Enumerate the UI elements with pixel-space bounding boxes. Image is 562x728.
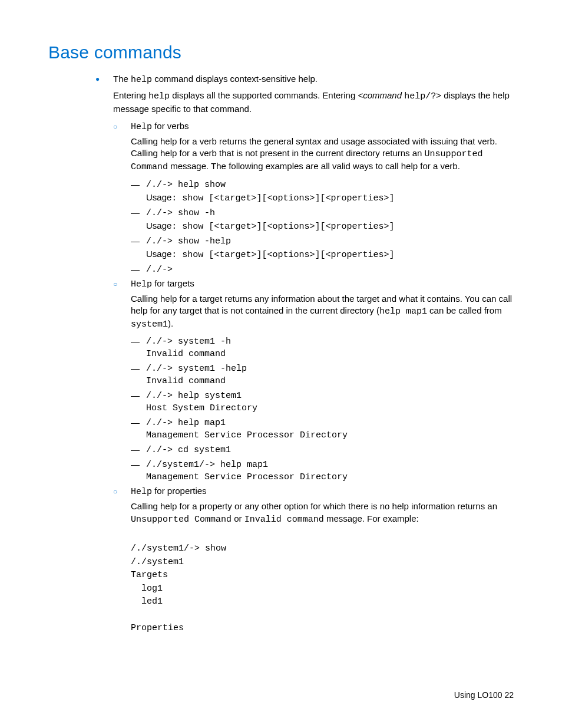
- help-entering-line: Entering help displays all the supported…: [113, 90, 514, 115]
- list-item: /./->: [131, 263, 514, 275]
- list-item: /./-> help system1 Host System Directory: [131, 390, 514, 413]
- help-command-item: The help command displays context-sensit…: [95, 73, 514, 635]
- help-targets-heading: Help for targets: [131, 278, 514, 289]
- output-line: Management Service Processor Directory: [146, 472, 514, 482]
- list-item: /./-> help map1 Management Service Proce…: [131, 417, 514, 440]
- help-properties-heading: Help for properties: [131, 486, 514, 497]
- list-item: /./-> help show Usage: show [<target>][<…: [131, 179, 514, 203]
- list-item: /./system1/-> help map1 Management Servi…: [131, 459, 514, 482]
- output-line: Invalid command: [146, 376, 514, 386]
- list-item: /./-> cd system1: [131, 444, 514, 455]
- help-properties-desc: Calling help for a property or any other…: [131, 500, 514, 526]
- help-targets-item: Help for targets Calling help for a targ…: [113, 278, 514, 483]
- help-properties-item: Help for properties Calling help for a p…: [113, 486, 514, 635]
- usage-line: Usage: show [<target>][<options>][<prope…: [146, 220, 514, 232]
- page-footer: Using LO100 22: [454, 690, 514, 700]
- list-item: /./-> show -h Usage: show [<target>][<op…: [131, 207, 514, 232]
- list-item: /./-> show -help Usage: show [<target>][…: [131, 235, 514, 260]
- usage-line: Usage: show [<target>][<options>][<prope…: [146, 249, 514, 260]
- top-bullet-list: The help command displays context-sensit…: [95, 73, 514, 635]
- usage-line: Usage: show [<target>][<options>][<prope…: [146, 192, 514, 203]
- output-line: Host System Directory: [146, 403, 514, 413]
- page-title: Base commands: [48, 42, 514, 62]
- verbs-examples: /./-> help show Usage: show [<target>][<…: [131, 179, 514, 275]
- help-verbs-heading: Help for verbs: [131, 121, 514, 132]
- document-page: Base commands The help command displays …: [0, 0, 562, 728]
- list-item: /./-> system1 -h Invalid command: [131, 335, 514, 359]
- output-line: Management Service Processor Directory: [146, 430, 514, 440]
- list-item: /./-> system1 -help Invalid command: [131, 363, 514, 386]
- help-intro-line: The help command displays context-sensit…: [113, 73, 514, 86]
- code-block: /./system1/-> show /./system1 Targets lo…: [131, 529, 514, 635]
- output-line: Invalid command: [146, 349, 514, 359]
- help-targets-desc: Calling help for a target returns any in…: [131, 293, 514, 331]
- help-verbs-item: Help for verbs Calling help for a verb r…: [113, 121, 514, 275]
- targets-examples: /./-> system1 -h Invalid command /./-> s…: [131, 335, 514, 482]
- sub-list: Help for verbs Calling help for a verb r…: [113, 121, 514, 635]
- help-verbs-desc: Calling help for a verb returns the gene…: [131, 136, 514, 174]
